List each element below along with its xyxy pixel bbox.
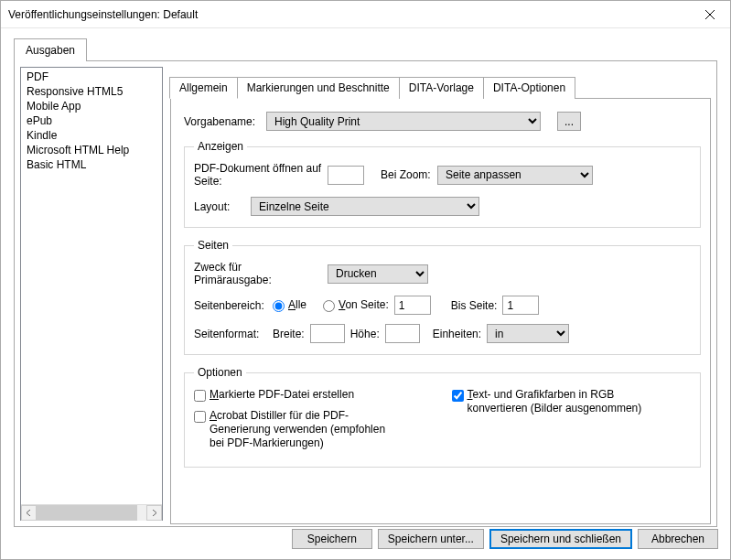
- hoehe-input[interactable]: [385, 324, 420, 343]
- cancel-button[interactable]: Abbrechen: [638, 529, 718, 549]
- preset-browse-button[interactable]: ...: [557, 112, 581, 131]
- zoom-select[interactable]: Seite anpassen: [437, 166, 593, 185]
- close-icon: [705, 10, 715, 19]
- sidebar-item-mobile-app[interactable]: Mobile App: [23, 99, 160, 113]
- seiten-legend: Seiten: [194, 239, 232, 252]
- layout-label: Layout:: [194, 200, 245, 213]
- sidebar-item-pdf[interactable]: PDF: [23, 70, 160, 84]
- optionen-legend: Optionen: [194, 366, 246, 379]
- tab-dita-vorlage[interactable]: DITA-Vorlage: [399, 77, 484, 99]
- checkbox-markierte[interactable]: Markierte PDF-Datei erstellen: [194, 388, 434, 402]
- seitenformat-label: Seitenformat:: [194, 328, 267, 340]
- save-button[interactable]: Speichern: [292, 529, 372, 549]
- close-button[interactable]: [689, 1, 730, 28]
- von-seite-input[interactable]: [394, 296, 431, 315]
- radio-alle-label: Alle: [288, 298, 306, 311]
- checkbox-distiller[interactable]: Acrobat Distiller für die PDF-Generierun…: [194, 409, 434, 450]
- save-and-close-button[interactable]: Speichern und schließen: [489, 529, 632, 549]
- sidebar-item-epub[interactable]: ePub: [23, 113, 160, 128]
- window-title: Veröffentlichungseinstellungen: Default: [8, 8, 689, 21]
- open-at-page-input[interactable]: [328, 166, 364, 185]
- scroll-right-icon[interactable]: [146, 505, 162, 521]
- preset-label: Vorgabename:: [184, 115, 261, 128]
- radio-alle[interactable]: Alle: [273, 298, 306, 312]
- einheiten-select[interactable]: in: [487, 324, 569, 343]
- checkbox-markierte-label: Markierte PDF-Datei erstellen: [210, 388, 354, 402]
- bis-seite-input[interactable]: [502, 296, 539, 315]
- breite-label: Breite:: [273, 328, 305, 340]
- sidebar-item-basic-html[interactable]: Basic HTML: [23, 157, 160, 172]
- checkbox-markierte-input[interactable]: [194, 390, 206, 402]
- checkbox-distiller-input[interactable]: [194, 411, 206, 423]
- tab-dita-optionen[interactable]: DITA-Optionen: [483, 77, 575, 99]
- zweck-label: Zweck für Primärausgabe:: [194, 261, 322, 286]
- output-list[interactable]: PDF Responsive HTML5 Mobile App ePub Kin…: [21, 68, 162, 504]
- anzeigen-legend: Anzeigen: [194, 140, 247, 153]
- sidebar-item-ms-html-help[interactable]: Microsoft HTML Help: [23, 143, 160, 157]
- scroll-track[interactable]: [37, 505, 146, 521]
- checkbox-rgb-label: Text- und Grafikfarben in RGB konvertier…: [468, 388, 650, 415]
- output-sidebar: PDF Responsive HTML5 Mobile App ePub Kin…: [20, 67, 163, 521]
- zoom-label: Bei Zoom:: [381, 168, 432, 181]
- sidebar-hscrollbar[interactable]: [21, 504, 162, 520]
- hoehe-label: Höhe:: [350, 328, 380, 340]
- zweck-select[interactable]: Drucken: [328, 264, 428, 284]
- scroll-left-icon[interactable]: [21, 505, 37, 521]
- tab-ausgaben[interactable]: Ausgaben: [14, 38, 87, 61]
- radio-von[interactable]: Von Seite:: [323, 298, 389, 312]
- sidebar-item-responsive-html5[interactable]: Responsive HTML5: [23, 84, 160, 99]
- preset-select[interactable]: High Quality Print: [266, 112, 541, 131]
- checkbox-distiller-label: Acrobat Distiller für die PDF-Generierun…: [210, 409, 402, 450]
- layout-select[interactable]: Einzelne Seite: [251, 197, 479, 216]
- checkbox-rgb-input[interactable]: [452, 390, 464, 402]
- sidebar-item-kindle[interactable]: Kindle: [23, 128, 160, 143]
- tab-markierungen[interactable]: Markierungen und Beschnitte: [237, 77, 400, 99]
- save-as-button[interactable]: Speichern unter...: [378, 529, 484, 549]
- einheiten-label: Einheiten:: [433, 328, 481, 340]
- radio-von-input[interactable]: [323, 300, 335, 312]
- seitenbereich-label: Seitenbereich:: [194, 299, 267, 312]
- tab-allgemein[interactable]: Allgemein: [169, 77, 238, 99]
- breite-input[interactable]: [310, 324, 345, 343]
- radio-von-label: Von Seite:: [339, 298, 389, 311]
- scroll-thumb[interactable]: [37, 505, 137, 521]
- open-at-page-label: PDF-Dokument öffnen auf Seite:: [194, 162, 322, 188]
- radio-alle-input[interactable]: [273, 300, 285, 312]
- checkbox-rgb[interactable]: Text- und Grafikfarben in RGB konvertier…: [452, 388, 692, 415]
- bis-seite-label: Bis Seite:: [451, 299, 498, 312]
